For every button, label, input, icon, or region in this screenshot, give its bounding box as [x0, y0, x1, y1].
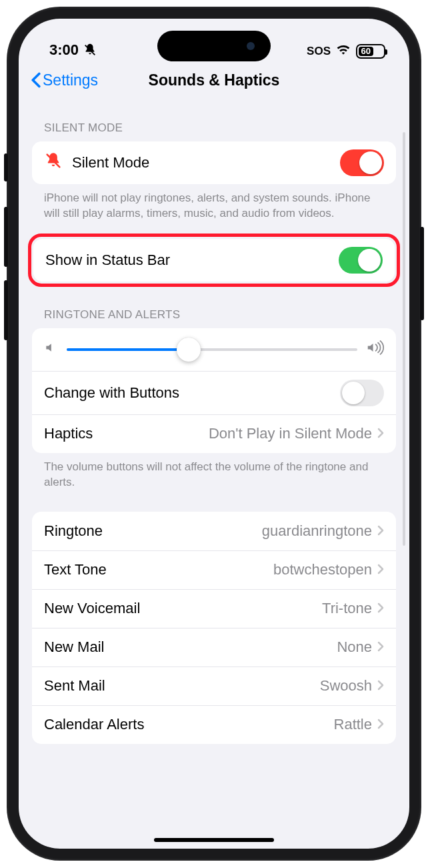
chevron-right-icon [377, 561, 384, 578]
row-sound-new-mail[interactable]: New MailNone [32, 628, 396, 667]
sound-label: New Voicemail [44, 600, 322, 617]
sound-label: Sent Mail [44, 677, 320, 695]
sound-value: guardianringtone [262, 522, 372, 540]
battery-level: 60 [359, 47, 373, 56]
change-buttons-label: Change with Buttons [44, 384, 340, 402]
side-button-vol-up [4, 207, 8, 267]
bell-slash-icon [44, 151, 63, 174]
speaker-low-icon [44, 341, 57, 358]
haptics-value: Don't Play in Silent Mode [209, 425, 372, 442]
row-sound-text-tone[interactable]: Text Tonebotwchestopen [32, 550, 396, 589]
show-statusbar-label: Show in Status Bar [45, 252, 339, 269]
volume-slider[interactable] [67, 348, 357, 351]
change-buttons-toggle[interactable] [340, 380, 384, 406]
chevron-right-icon [377, 522, 384, 540]
slider-fill [67, 348, 189, 351]
chevron-right-icon [377, 425, 384, 442]
sound-label: Ringtone [44, 522, 262, 540]
slider-knob[interactable] [177, 338, 201, 362]
side-button-vol-down [4, 280, 8, 340]
section-header-silent: SILENT MODE [32, 100, 396, 141]
group-ringtone-alerts: Change with Buttons Haptics Don't Play i… [32, 328, 396, 453]
page-title: Sounds & Haptics [149, 71, 280, 89]
dynamic-island [157, 31, 271, 61]
row-sound-calendar-alerts[interactable]: Calendar AlertsRattle [32, 705, 396, 744]
show-statusbar-toggle[interactable] [339, 247, 383, 274]
silent-mode-toggle[interactable] [340, 149, 384, 176]
row-sound-ringtone[interactable]: Ringtoneguardianringtone [32, 512, 396, 550]
chevron-right-icon [377, 716, 384, 733]
screen: 3:00 SOS 60 Settings Sounds & Ha [19, 19, 409, 849]
row-silent-mode[interactable]: Silent Mode [32, 141, 396, 184]
scroll-indicator [403, 132, 405, 546]
side-button-silent [4, 153, 8, 181]
sound-value: Swoosh [320, 677, 372, 695]
group-sounds-list: RingtoneguardianringtoneText Tonebotwche… [32, 512, 396, 744]
status-time: 3:00 [49, 41, 79, 59]
content-scroll[interactable]: SILENT MODE Silent Mode iPhone will not … [19, 100, 409, 849]
sound-label: Text Tone [44, 561, 273, 578]
ringtone-footer: The volume buttons will not affect the v… [32, 453, 396, 490]
row-sound-new-voicemail[interactable]: New VoicemailTri-tone [32, 589, 396, 628]
row-change-buttons[interactable]: Change with Buttons [32, 371, 396, 414]
haptics-label: Haptics [44, 425, 209, 442]
row-sound-sent-mail[interactable]: Sent MailSwoosh [32, 667, 396, 705]
sound-value: None [337, 638, 372, 656]
silent-mode-footer: iPhone will not play ringtones, alerts, … [32, 184, 396, 222]
section-header-ringtone: RINGTONE AND ALERTS [32, 287, 396, 328]
sound-value: botwchestopen [273, 561, 372, 578]
silent-mode-label: Silent Mode [72, 154, 340, 171]
back-label: Settings [43, 71, 98, 89]
row-volume-slider[interactable] [32, 328, 396, 371]
phone-frame: 3:00 SOS 60 Settings Sounds & Ha [7, 7, 421, 861]
home-indicator[interactable] [154, 838, 274, 842]
back-button[interactable]: Settings [31, 71, 98, 89]
speaker-high-icon [367, 340, 384, 359]
group-silent-mode: Silent Mode [32, 141, 396, 184]
sound-value: Rattle [334, 716, 372, 733]
wifi-icon [336, 43, 351, 59]
chevron-left-icon [31, 72, 41, 88]
row-haptics[interactable]: Haptics Don't Play in Silent Mode [32, 414, 396, 453]
chevron-right-icon [377, 638, 384, 656]
sound-value: Tri-tone [322, 600, 372, 617]
status-sos: SOS [307, 45, 331, 58]
nav-bar: Settings Sounds & Haptics [19, 60, 409, 100]
chevron-right-icon [377, 600, 384, 617]
silent-bell-icon [83, 43, 97, 57]
sound-label: Calendar Alerts [44, 716, 334, 733]
sound-label: New Mail [44, 638, 337, 656]
battery-icon: 60 [356, 44, 385, 59]
highlight-ring: Show in Status Bar [28, 234, 400, 287]
row-show-statusbar[interactable]: Show in Status Bar [33, 239, 395, 282]
group-show-statusbar: Show in Status Bar [33, 239, 395, 282]
side-button-power [420, 227, 424, 320]
chevron-right-icon [377, 677, 384, 695]
